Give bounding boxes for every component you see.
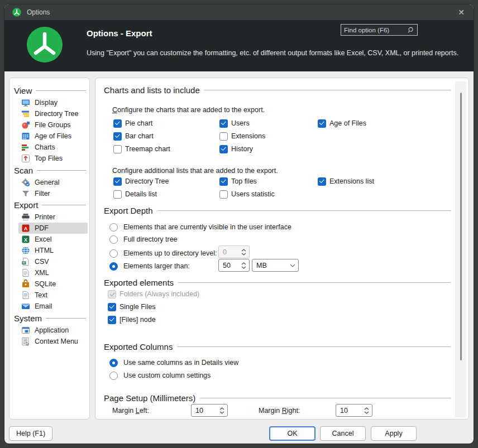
margin-right-label: Margin Right: [259,407,300,415]
find-option-input[interactable] [341,27,408,33]
treesize-app-icon [12,8,21,17]
close-icon[interactable]: ✕ [456,7,467,18]
checkbox-icon [113,177,122,186]
sidebar-section-scan: Scan [14,166,86,175]
search-icon [408,27,414,33]
excel-icon: X [21,235,30,244]
xml-icon [21,268,30,277]
checkbox-files-node[interactable]: [Files] node [108,315,156,324]
page-description: Using "Export" you can customize the for… [87,49,458,57]
checkbox-bar-chart[interactable]: Bar chart [113,132,154,141]
checkbox-extensions-list[interactable]: Extensions list [318,177,374,186]
sidebar-item-application[interactable]: Application [9,325,89,336]
checkbox-icon [108,303,116,311]
radio-icon [109,235,118,244]
cancel-button[interactable]: Cancel [320,426,366,441]
checkbox-icon [219,132,228,141]
sidebar-section-export: Export [14,200,86,210]
checkbox-single-files[interactable]: Single Files [108,302,156,311]
radio-icon [109,262,118,271]
margin-right-spinner[interactable]: 10 [336,404,372,417]
svg-text:A: A [24,226,28,232]
top-files-icon [21,154,30,163]
application-icon [21,326,30,335]
sidebar-item-age-of-files[interactable]: Age of Files [9,131,89,142]
treesize-logo [27,27,63,62]
checkbox-age-of-files[interactable]: Age of Files [318,119,366,128]
sidebar-item-charts[interactable]: Charts [9,142,89,153]
radio-icon [109,359,118,367]
radio-same-columns[interactable]: Use same columns as in Details view [109,358,238,367]
radio-icon [109,249,118,258]
checkbox-history[interactable]: History [219,144,253,153]
sidebar-item-filter[interactable]: Filter [9,188,89,199]
sidebar-item-xml[interactable]: XML [9,267,89,278]
svg-text:X: X [24,237,27,243]
radio-elements-larger-than[interactable]: Elements larger than: [109,262,190,271]
checkbox-icon [219,190,228,199]
checkbox-users-statistic[interactable]: Users statistic [219,190,275,199]
directory-tree-icon [21,109,30,118]
spinner-arrows-icon[interactable] [219,407,224,414]
checkbox-users[interactable]: Users [219,119,250,128]
ok-button[interactable]: OK [269,426,316,441]
help-button[interactable]: Help (F1) [9,426,52,441]
sidebar-item-display[interactable]: Display [9,97,89,108]
sidebar-item-general[interactable]: General [9,177,89,188]
window-title: Options [27,8,50,16]
checkbox-pie-chart[interactable]: Pie chart [113,119,152,128]
scrollbar[interactable] [455,81,466,417]
settings-content: Charts and lists to include Configure th… [95,78,469,420]
options-window: Options ✕ Options - Export Using "Export… [4,4,474,444]
sidebar-item-context-menu[interactable]: Context Menu [9,336,89,347]
radio-icon [109,223,118,232]
radio-icon [109,372,118,380]
sidebar-item-top-files[interactable]: Top Files [9,153,89,164]
checkbox-icon [219,177,228,186]
checkbox-icon [108,316,116,324]
sidebar-section-view: View [14,86,86,95]
size-spinner[interactable]: 50 [218,259,250,272]
charts-icon [21,143,30,152]
radio-full-directory-tree[interactable]: Full directory tree [109,235,178,244]
lists-hint: Configure additional lists that are adde… [112,167,278,175]
sidebar-item-html[interactable]: HTML [9,245,89,256]
spinner-arrows-icon[interactable] [364,407,369,414]
radio-directory-level[interactable]: Elements up to directory level: [109,249,217,258]
sidebar-item-printer[interactable]: Printer [9,211,89,223]
checkbox-details-list[interactable]: Details list [113,190,157,199]
directory-level-spinner[interactable]: 0 [218,245,250,258]
size-unit-dropdown[interactable]: MB [252,259,299,272]
spinner-arrows-icon[interactable] [241,262,246,269]
apply-button[interactable]: Apply [371,426,417,441]
printer-icon [21,213,30,221]
filter-icon [21,189,30,198]
age-of-files-icon [21,132,30,141]
sidebar-item-file-groups[interactable]: File Groups [9,119,89,131]
checkbox-icon [318,177,326,186]
radio-visible-elements[interactable]: Elements that are currently visible in t… [109,223,291,232]
radio-custom-columns[interactable]: Use custom column settings [109,371,211,380]
checkbox-icon [113,119,122,128]
sidebar-item-excel[interactable]: X Excel [9,234,89,245]
file-groups-icon [21,121,30,129]
checkbox-directory-tree[interactable]: Directory Tree [113,177,169,186]
checkbox-extensions[interactable]: Extensions [219,132,265,141]
checkbox-icon [113,190,122,199]
checkbox-treemap-chart[interactable]: Treemap chart [113,144,170,153]
sidebar-item-csv[interactable]: CSV [9,256,89,267]
sidebar-item-pdf[interactable]: A PDF [9,223,89,234]
scrollbar-thumb[interactable] [460,93,462,360]
sidebar: View Display Directory Tree File Groups … [9,78,90,420]
email-icon [21,302,30,311]
sqlite-icon [21,280,30,288]
margin-left-spinner[interactable]: 10 [191,404,228,417]
sidebar-item-sqlite[interactable]: SQLite [9,278,89,290]
chevron-down-icon [290,264,295,267]
sidebar-item-directory-tree[interactable]: Directory Tree [9,108,89,119]
sidebar-item-text[interactable]: Text [9,290,89,301]
sidebar-item-email[interactable]: Email [9,301,89,312]
checkbox-top-files[interactable]: Top files [219,177,257,186]
spinner-arrows-icon[interactable] [241,249,246,256]
sidebar-section-system: System [14,314,86,323]
